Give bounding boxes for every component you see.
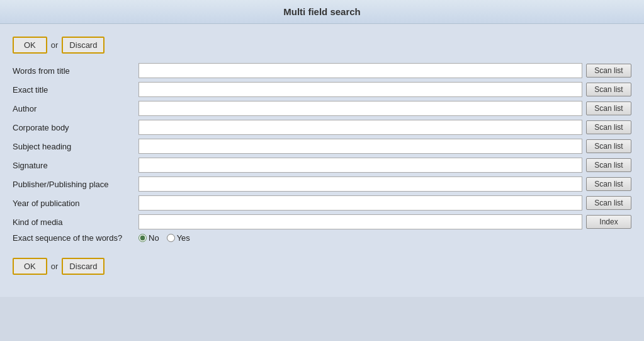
discard-button-top[interactable]: Discard xyxy=(62,37,105,54)
exact-sequence-row: Exact sequence of the words? No Yes xyxy=(13,233,631,243)
field-row-words-from-title: Words from title Scan list xyxy=(13,63,631,78)
input-corporate-body[interactable] xyxy=(138,120,582,135)
scan-button-year-of-publication[interactable]: Scan list xyxy=(586,196,631,210)
scan-button-words-from-title[interactable]: Scan list xyxy=(586,64,631,78)
ok-button-top[interactable]: OK xyxy=(13,37,47,54)
main-content: OK or Discard Words from title Scan list… xyxy=(0,24,644,297)
input-year-of-publication[interactable] xyxy=(138,195,582,211)
radio-yes-label: Yes xyxy=(177,233,190,243)
scan-button-corporate-body[interactable]: Scan list xyxy=(586,120,631,134)
field-row-publisher: Publisher/Publishing place Scan list xyxy=(13,176,631,192)
input-subject-heading[interactable] xyxy=(138,139,582,154)
radio-option-yes[interactable]: Yes xyxy=(167,233,190,243)
radio-no[interactable] xyxy=(138,234,147,242)
label-year-of-publication: Year of publication xyxy=(13,199,138,208)
field-row-exact-title: Exact title Scan list xyxy=(13,82,631,97)
label-corporate-body: Corporate body xyxy=(13,123,138,132)
field-row-year-of-publication: Year of publication Scan list xyxy=(13,195,631,211)
label-publisher: Publisher/Publishing place xyxy=(13,180,138,189)
input-author[interactable] xyxy=(138,101,582,116)
page-title: Multi field search xyxy=(283,6,361,17)
index-button-kind-of-media[interactable]: Index xyxy=(586,215,631,229)
or-label-top: or xyxy=(51,40,59,50)
scan-button-subject-heading[interactable]: Scan list xyxy=(586,139,631,153)
bottom-button-row: OK or Discard xyxy=(13,246,631,284)
page-header: Multi field search xyxy=(0,0,644,24)
form-area: Words from title Scan list Exact title S… xyxy=(13,63,631,243)
scan-button-exact-title[interactable]: Scan list xyxy=(586,83,631,96)
label-words-from-title: Words from title xyxy=(13,66,138,76)
input-words-from-title[interactable] xyxy=(138,63,582,78)
scan-button-signature[interactable]: Scan list xyxy=(586,158,631,172)
field-row-kind-of-media: Kind of media Index xyxy=(13,214,631,229)
scan-button-publisher[interactable]: Scan list xyxy=(586,177,631,191)
field-row-author: Author Scan list xyxy=(13,101,631,116)
input-signature[interactable] xyxy=(138,158,582,173)
label-subject-heading: Subject heading xyxy=(13,142,138,151)
label-signature: Signature xyxy=(13,161,138,170)
discard-button-bottom[interactable]: Discard xyxy=(62,258,105,275)
radio-options-group: No Yes xyxy=(138,233,190,243)
radio-option-no[interactable]: No xyxy=(138,233,159,243)
field-row-signature: Signature Scan list xyxy=(13,158,631,173)
label-exact-sequence: Exact sequence of the words? xyxy=(13,233,138,243)
input-publisher[interactable] xyxy=(138,176,582,192)
page-wrapper: Multi field search OK or Discard Words f… xyxy=(0,0,644,341)
input-kind-of-media[interactable] xyxy=(138,214,582,229)
ok-button-bottom[interactable]: OK xyxy=(13,258,47,275)
field-row-corporate-body: Corporate body Scan list xyxy=(13,120,631,135)
scan-button-author[interactable]: Scan list xyxy=(586,101,631,115)
label-exact-title: Exact title xyxy=(13,85,138,95)
input-exact-title[interactable] xyxy=(138,82,582,97)
radio-no-label: No xyxy=(149,233,159,243)
label-author: Author xyxy=(13,104,138,113)
top-button-row: OK or Discard xyxy=(13,30,631,63)
field-row-subject-heading: Subject heading Scan list xyxy=(13,139,631,154)
label-kind-of-media: Kind of media xyxy=(13,217,138,227)
radio-yes[interactable] xyxy=(167,234,175,242)
or-label-bottom: or xyxy=(51,262,59,271)
